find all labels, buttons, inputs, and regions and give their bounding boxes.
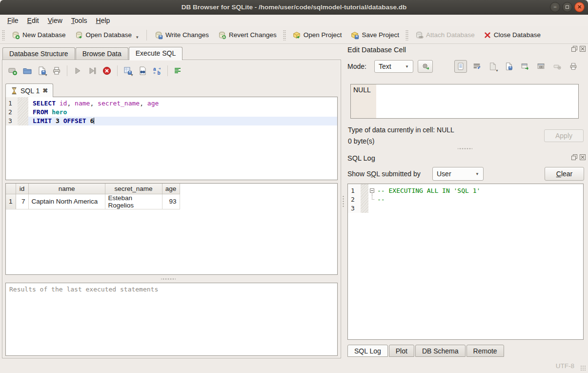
corner-header[interactable]	[6, 184, 16, 194]
menu-tools[interactable]: Tools	[67, 16, 92, 25]
replace-button[interactable]: ab	[151, 64, 163, 77]
close-panel-icon[interactable]	[580, 46, 586, 52]
tab-sql-log[interactable]: SQL Log	[347, 345, 388, 357]
write-changes-button[interactable]: Write Changes	[150, 29, 213, 41]
find-button[interactable]	[136, 64, 149, 77]
cell-secret-name[interactable]: Esteban Rogelios	[105, 194, 162, 209]
text-mode-button[interactable]	[454, 60, 467, 73]
open-database-dropdown-caret[interactable]: ▼	[135, 35, 139, 40]
results-message-box[interactable]: Results of the last executed statements	[5, 283, 338, 356]
stop-execution-button[interactable]	[101, 64, 113, 77]
set-null-button[interactable]	[551, 60, 564, 73]
table-row[interactable]: 1 7 Captain North America Esteban Rogeli…	[6, 194, 180, 209]
menu-view[interactable]: View	[43, 16, 67, 25]
tab-browse-data[interactable]: Browse Data	[76, 47, 128, 60]
editor-text: LIMIT 3 OFFSET 6	[28, 117, 337, 125]
column-header-age[interactable]: age	[162, 184, 180, 194]
toolbar-grip[interactable]	[283, 30, 286, 41]
mode-select[interactable]: Text ▼	[374, 60, 413, 73]
results-message: Results of the last executed statements	[9, 286, 158, 293]
sql-log-dock-buttons	[571, 154, 586, 160]
line-number: 2	[6, 108, 18, 117]
open-url-button[interactable]	[535, 60, 547, 73]
editor-text: SELECT id, name, secret_name, age	[28, 99, 337, 108]
open-database-button[interactable]: Open Database ▼	[70, 29, 144, 41]
apply-button[interactable]: Apply	[544, 129, 584, 142]
edit-cell-title: Edit Database Cell	[347, 46, 406, 54]
maximize-button[interactable]	[562, 2, 572, 12]
sql-tab-close-icon[interactable]: ✖	[42, 87, 48, 94]
open-project-button[interactable]: Open Project	[288, 29, 346, 41]
column-header-id[interactable]: id	[16, 184, 28, 194]
toolbar-grip[interactable]	[406, 30, 408, 41]
import-cell-data-button[interactable]	[503, 60, 515, 73]
tab-execute-sql[interactable]: Execute SQL	[129, 47, 183, 60]
revert-changes-button[interactable]: Revert Changes	[213, 29, 281, 41]
clear-log-button[interactable]: Clear	[545, 167, 584, 181]
cell-type-info: Type of data currently in cell: NULL	[348, 126, 454, 134]
mode-label: Mode:	[347, 62, 366, 70]
new-sql-tab-button[interactable]	[6, 64, 19, 77]
log-filter-select[interactable]: User ▼	[432, 167, 484, 181]
tab-db-schema[interactable]: DB Schema	[415, 345, 466, 357]
menu-bar: File Edit View Tools Help	[0, 15, 588, 26]
word-wrap-button[interactable]	[470, 60, 483, 73]
execute-current-line-button[interactable]	[86, 64, 99, 77]
tab-plot[interactable]: Plot	[389, 345, 414, 357]
menu-help[interactable]: Help	[92, 16, 115, 25]
tab-remote[interactable]: Remote	[466, 345, 504, 357]
close-button[interactable]: ✕	[574, 2, 585, 12]
results-table: id name secret_name age 1 7 Captain Nort…	[6, 184, 180, 209]
log-line-number: 3	[348, 204, 361, 213]
results-grid[interactable]: id name secret_name age 1 7 Captain Nort…	[5, 183, 338, 275]
cell-id[interactable]: 7	[16, 194, 28, 209]
toolbar-grip[interactable]	[2, 30, 5, 41]
row-number[interactable]: 1	[6, 194, 16, 209]
open-in-external-button[interactable]	[519, 60, 531, 73]
cell-editor-box[interactable]: NULL	[350, 84, 579, 119]
splitter-handle[interactable]	[161, 278, 176, 280]
open-database-icon	[75, 31, 83, 40]
cell-name[interactable]: Captain North America	[28, 194, 105, 209]
column-header-secret-name[interactable]: secret_name	[105, 184, 162, 194]
execute-sql-pane: ▼ ▼ ab SQL 1 ✖ 1 SELECT id, name, secret…	[2, 60, 341, 358]
float-panel-icon[interactable]	[571, 46, 577, 52]
sql-editor[interactable]: 1 SELECT id, name, secret_name, age 2 FR…	[5, 97, 338, 180]
menu-file[interactable]: File	[3, 16, 23, 25]
save-sql-file-button[interactable]: ▼	[36, 64, 48, 77]
editor-line-2: 2 FROM hero	[6, 108, 337, 117]
close-panel-icon[interactable]	[580, 154, 586, 160]
resize-grip[interactable]	[580, 365, 586, 371]
save-cell-button[interactable]: ▼	[487, 60, 499, 73]
revert-changes-icon	[218, 31, 226, 40]
cell-age[interactable]: 93	[162, 194, 180, 209]
svg-text:a: a	[153, 66, 156, 72]
editor-text: FROM hero	[28, 108, 337, 117]
execute-sql-button[interactable]	[71, 64, 84, 77]
svg-text:b: b	[158, 70, 161, 76]
print-sql-button[interactable]	[50, 64, 63, 77]
fold-marker[interactable]	[368, 186, 377, 195]
export-dropdown-caret: ▼	[130, 73, 134, 77]
auto-switch-mode-button[interactable]	[418, 60, 433, 73]
vertical-splitter-handle[interactable]	[342, 195, 345, 208]
encoding-indicator[interactable]: UTF-8	[556, 362, 574, 370]
close-database-button[interactable]: Close Database	[479, 29, 545, 41]
tab-database-structure[interactable]: Database Structure	[2, 47, 75, 60]
column-header-name[interactable]: name	[28, 184, 105, 194]
menu-edit[interactable]: Edit	[23, 16, 43, 25]
open-sql-file-button[interactable]	[21, 64, 34, 77]
sql-log-box[interactable]: 1 -- EXECUTING ALL IN 'SQL 1' 2 -- 3	[347, 184, 584, 340]
new-database-button[interactable]: New Database	[7, 29, 70, 41]
float-panel-icon[interactable]	[571, 154, 577, 160]
print-cell-button[interactable]	[567, 60, 580, 73]
minimize-button[interactable]: −	[550, 2, 560, 12]
save-project-button[interactable]: Save Project	[346, 29, 404, 41]
splitter-handle[interactable]	[458, 147, 472, 150]
export-results-button[interactable]: ▼	[122, 64, 134, 77]
sql-tab-label: SQL 1	[20, 87, 40, 95]
attach-database-button[interactable]: Attach Database	[410, 29, 479, 41]
format-sql-button[interactable]	[172, 64, 184, 77]
sql-editor-tab[interactable]: SQL 1 ✖	[5, 83, 53, 97]
right-dock-area: Edit Database Cell Mode: Text ▼ ▼ NULL T…	[346, 45, 587, 360]
